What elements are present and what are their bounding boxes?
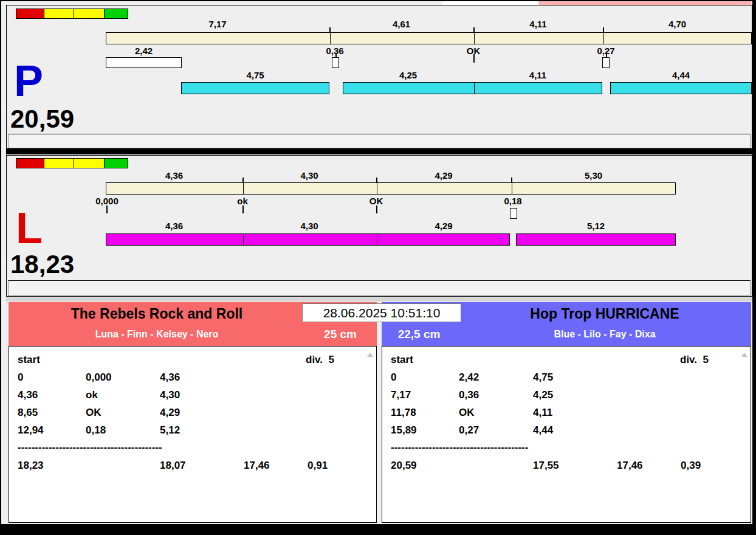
l-upper-tick-3 (511, 178, 512, 182)
p-upper-tick-3 (603, 27, 604, 32)
l-lap-value-3: 4,29 (376, 221, 511, 231)
right-team-name: Hop Trop HURRICANE (459, 306, 751, 322)
right-height-class-badge: 22,5 cm (384, 328, 454, 341)
result-cell: 0,000 (86, 371, 112, 384)
result-cell: 0,27 (459, 424, 479, 437)
indicator-yellow-segment-2 (74, 159, 105, 168)
result-cell: 5,12 (160, 424, 180, 437)
div-label: div. 5 (306, 354, 334, 366)
p-mid-value-1: 2,42 (106, 46, 182, 56)
app-window: 7,17 4,61 4,11 4,70 2,42 0,36 OK 0,27 4,… (0, 0, 756, 535)
l-lap-bar-1 (106, 233, 510, 246)
indicator-red-segment (16, 9, 44, 18)
bar-divider (603, 33, 604, 44)
result-cell: 11,78 (391, 407, 416, 419)
l-lap-value-1: 4,36 (106, 221, 242, 231)
total-cell-1: 18,23 (18, 460, 44, 472)
bar-divider (377, 183, 377, 194)
l-mid-value-3: OK (349, 196, 404, 206)
result-cell: 4,75 (533, 371, 553, 384)
l-bottom-strip (8, 280, 751, 296)
result-cell: 4,36 (160, 371, 180, 384)
total-cell-4: 0,91 (308, 460, 328, 472)
result-cell: 0,36 (459, 389, 479, 401)
p-lap-value-4: 4,44 (610, 70, 752, 80)
p-lane-label: P (14, 59, 43, 103)
scroll-up-icon[interactable] (367, 353, 373, 357)
l-lap-value-2: 4,30 (242, 221, 376, 231)
l-marker-tick-3 (376, 205, 377, 213)
start-label: start (18, 354, 40, 366)
right-team-members: Blue - Lilo - Fay - Dixa (459, 329, 751, 340)
l-mid-value-1: 0,000 (80, 196, 134, 206)
p-panel: 7,17 4,61 4,11 4,70 2,42 0,36 OK 0,27 4,… (6, 5, 752, 149)
total-cell-3: 17,46 (244, 460, 270, 472)
p-lap-bar-3 (610, 82, 752, 94)
l-lap-bar-2 (516, 233, 676, 246)
p-upper-value-3: 4,11 (473, 19, 603, 29)
indicator-yellow-segment (44, 9, 74, 18)
p-lap-bar-2 (343, 82, 602, 94)
p-mid-value-2: 0,36 (301, 46, 368, 56)
result-cell: 4,36 (18, 389, 38, 401)
l-marker-tick-2 (242, 205, 244, 213)
l-mid-value-2: ok (215, 196, 270, 206)
result-cell: 4,30 (160, 389, 180, 401)
total-cell-4: 0,39 (681, 460, 701, 472)
result-cell: 4,29 (160, 407, 180, 419)
p-upper-value-1: 7,17 (106, 19, 329, 29)
p-start-marker-bar (106, 57, 182, 68)
bar-divider (330, 33, 331, 44)
l-status-indicator (16, 158, 128, 168)
indicator-yellow-segment (44, 159, 74, 168)
total-cell-1: 20,59 (391, 460, 417, 472)
p-upper-tick-2 (473, 27, 475, 32)
total-cell-2: 17,55 (533, 460, 559, 472)
p-upper-value-4: 4,70 (603, 19, 752, 29)
left-height-class-badge: 25 cm (307, 328, 374, 341)
result-cell: ok (86, 389, 98, 401)
div-label: div. 5 (680, 354, 709, 366)
total-cell-2: 18,07 (160, 460, 186, 472)
l-panel: 4,36 4,30 4,29 5,30 0,000 ok OK 0,18 4,3… (6, 155, 752, 297)
left-results-panel: start div. 5 0 0,000 4,36 4,36 ok 4,30 8… (9, 346, 377, 523)
result-cell: OK (459, 407, 475, 419)
indicator-green-segment (105, 9, 128, 18)
l-upper-value-2: 4,30 (242, 170, 376, 181)
left-team-members: Luna - Finn - Kelsey - Nero (15, 329, 299, 340)
p-bottom-strip (8, 134, 751, 148)
results-divider: ----------------------------------------… (18, 441, 162, 454)
l-upper-tick-1 (242, 178, 244, 182)
l-upper-bar (106, 182, 676, 195)
p-upper-bar (106, 32, 752, 44)
indicator-green-segment (105, 159, 128, 168)
result-cell: 7,17 (391, 389, 411, 401)
result-cell: 4,44 (533, 424, 553, 437)
l-lap-value-4: 5,12 (516, 221, 676, 231)
bar-divider (377, 234, 377, 245)
result-cell: 0 (391, 371, 396, 384)
bar-divider (243, 183, 244, 194)
result-cell: 4,25 (533, 389, 553, 401)
l-marker-box-1 (510, 208, 517, 219)
l-lane-label: L (16, 206, 43, 250)
p-lap-value-2: 4,25 (343, 70, 473, 80)
l-total-time: 18,23 (10, 252, 74, 277)
section-ridge (6, 297, 752, 302)
l-upper-value-1: 4,36 (106, 170, 242, 181)
bar-divider (512, 183, 512, 194)
l-upper-value-4: 5,30 (511, 170, 676, 181)
scroll-up-icon[interactable] (741, 353, 747, 357)
result-cell: 0,18 (86, 424, 106, 437)
result-cell: 8,65 (18, 407, 38, 419)
p-total-time: 20,59 (10, 106, 74, 132)
l-upper-tick-2 (376, 178, 377, 182)
p-lap-value-3: 4,11 (473, 70, 602, 80)
results-divider: ---------------------------------------- (391, 441, 528, 454)
result-cell: 0 (18, 371, 23, 384)
indicator-red-segment (16, 159, 44, 168)
p-status-indicator (16, 9, 128, 19)
bar-divider (243, 234, 244, 245)
bar-divider (474, 83, 475, 94)
p-upper-tick-1 (329, 27, 331, 32)
